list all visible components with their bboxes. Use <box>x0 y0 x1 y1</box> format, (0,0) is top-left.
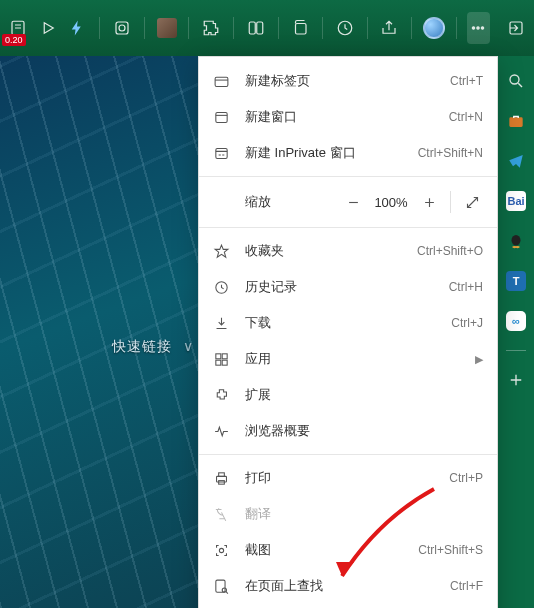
menu-label: 在页面上查找 <box>245 577 450 595</box>
apps-icon <box>211 349 231 369</box>
window-icon <box>211 107 231 127</box>
menu-downloads[interactable]: 下载 Ctrl+J <box>199 305 497 341</box>
svg-rect-5 <box>256 22 262 34</box>
menu-translate: 翻译 <box>199 496 497 532</box>
profile-icon[interactable] <box>422 12 446 44</box>
tab-icon <box>211 71 231 91</box>
svg-rect-21 <box>215 353 220 358</box>
shortcut-text: Ctrl+Shift+S <box>418 543 483 557</box>
star-icon <box>211 241 231 261</box>
menu-new-window[interactable]: 新建窗口 Ctrl+N <box>199 99 497 135</box>
menu-label: 截图 <box>245 541 418 559</box>
briefcase-icon[interactable] <box>505 110 527 132</box>
play-icon[interactable] <box>36 12 60 44</box>
find-icon <box>211 576 231 596</box>
app-menu: 新建标签页 Ctrl+T 新建窗口 Ctrl+N 新建 InPrivate 窗口… <box>198 56 498 608</box>
badge-number: 0.20 <box>2 34 26 46</box>
avatar-thumb[interactable] <box>155 12 179 44</box>
search-icon[interactable] <box>505 70 527 92</box>
menu-label: 浏览器概要 <box>245 422 483 440</box>
pulse-icon <box>211 421 231 441</box>
shortcut-text: Ctrl+Shift+O <box>417 244 483 258</box>
svg-rect-6 <box>296 24 307 35</box>
svg-rect-2 <box>116 22 128 34</box>
svg-rect-19 <box>215 148 226 158</box>
menu-label: 下载 <box>245 314 451 332</box>
svg-point-10 <box>482 27 484 29</box>
shortcut-text: Ctrl+P <box>449 471 483 485</box>
menu-label: 新建标签页 <box>245 72 450 90</box>
pdf-icon[interactable]: 0.20 <box>6 12 30 44</box>
shortcut-text: Ctrl+F <box>450 579 483 593</box>
svg-rect-22 <box>222 353 227 358</box>
sidebar-divider <box>506 350 526 351</box>
svg-rect-25 <box>216 476 226 482</box>
history-toolbar-icon[interactable] <box>333 12 357 44</box>
svg-point-28 <box>219 548 223 552</box>
svg-rect-24 <box>222 360 227 365</box>
menu-label: 新建 InPrivate 窗口 <box>245 144 418 162</box>
vertical-sidebar: Bai T ∞ <box>498 56 534 608</box>
svg-rect-18 <box>215 112 226 122</box>
chevron-right-icon: ▶ <box>475 353 483 366</box>
inprivate-icon <box>211 143 231 163</box>
print-icon <box>211 468 231 488</box>
menu-favorites[interactable]: 收藏夹 Ctrl+Shift+O <box>199 233 497 269</box>
split-screen-icon[interactable] <box>244 12 268 44</box>
svg-point-9 <box>477 27 479 29</box>
menu-extensions[interactable]: 扩展 <box>199 377 497 413</box>
shortcut-text: Ctrl+T <box>450 74 483 88</box>
baidu-icon[interactable]: Bai <box>505 190 527 212</box>
extensions-icon[interactable] <box>199 12 223 44</box>
quick-links-label[interactable]: 快速链接 ∨ <box>112 338 194 356</box>
bolt-icon[interactable] <box>66 12 90 44</box>
menu-apps[interactable]: 应用 ▶ <box>199 341 497 377</box>
download-icon <box>211 313 231 333</box>
shortcut-text: Ctrl+H <box>449 280 483 294</box>
more-menu-button[interactable] <box>467 12 491 44</box>
share-icon[interactable] <box>377 12 401 44</box>
svg-point-14 <box>512 235 521 246</box>
svg-rect-13 <box>510 118 522 126</box>
svg-point-16 <box>515 246 520 248</box>
zoom-value: 100% <box>368 195 414 210</box>
menu-browser-essentials[interactable]: 浏览器概要 <box>199 413 497 449</box>
svg-rect-29 <box>215 580 224 592</box>
svg-point-3 <box>119 25 125 31</box>
app-t-icon[interactable]: T <box>505 270 527 292</box>
telegram-icon[interactable] <box>505 150 527 172</box>
translate-icon <box>211 504 231 524</box>
fullscreen-button[interactable] <box>457 187 487 217</box>
zoom-label: 缩放 <box>245 193 338 211</box>
infinity-icon[interactable]: ∞ <box>505 310 527 332</box>
chevron-down-icon: ∨ <box>183 338 194 354</box>
menu-new-inprivate[interactable]: 新建 InPrivate 窗口 Ctrl+Shift+N <box>199 135 497 171</box>
menu-new-tab[interactable]: 新建标签页 Ctrl+T <box>199 63 497 99</box>
svg-point-12 <box>510 75 519 84</box>
menu-more-tools[interactable]: 更多工具 ▶ <box>199 604 497 608</box>
grid-app-icon[interactable] <box>110 12 134 44</box>
svg-rect-26 <box>218 472 224 476</box>
svg-rect-4 <box>249 22 255 34</box>
zoom-in-button[interactable] <box>414 187 444 217</box>
history-icon <box>211 277 231 297</box>
menu-screenshot[interactable]: 截图 Ctrl+Shift+S <box>199 532 497 568</box>
svg-rect-23 <box>215 360 220 365</box>
menu-label: 历史记录 <box>245 278 449 296</box>
menu-find[interactable]: 在页面上查找 Ctrl+F <box>199 568 497 604</box>
add-sidebar-icon[interactable] <box>505 369 527 391</box>
shortcut-text: Ctrl+Shift+N <box>418 146 483 160</box>
zoom-out-button[interactable] <box>338 187 368 217</box>
svg-point-8 <box>473 27 475 29</box>
login-icon[interactable] <box>504 12 528 44</box>
collections-icon[interactable] <box>288 12 312 44</box>
shortcut-text: Ctrl+N <box>449 110 483 124</box>
browser-toolbar: 0.20 <box>0 0 534 56</box>
shortcut-text: Ctrl+J <box>451 316 483 330</box>
menu-history[interactable]: 历史记录 Ctrl+H <box>199 269 497 305</box>
puzzle-icon <box>211 385 231 405</box>
svg-rect-17 <box>215 77 228 86</box>
qq-icon[interactable] <box>505 230 527 252</box>
menu-print[interactable]: 打印 Ctrl+P <box>199 460 497 496</box>
menu-label: 扩展 <box>245 386 483 404</box>
